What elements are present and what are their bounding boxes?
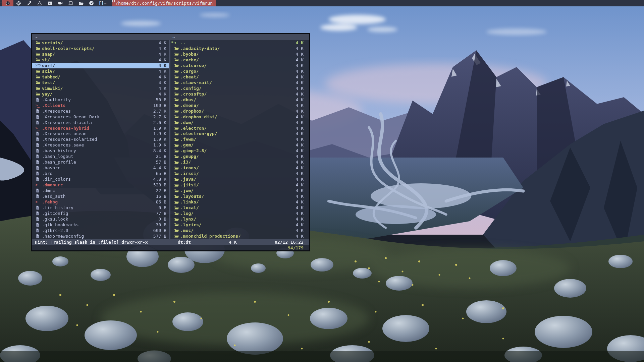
file-row[interactable]: .moc/4 K	[170, 228, 309, 233]
file-name: .esd_auth	[42, 194, 65, 199]
file-row[interactable]: .gem/4 K	[170, 142, 309, 148]
file-row[interactable]: snap/4 K	[32, 51, 169, 57]
file-row[interactable]: .irssi/4 K	[170, 171, 309, 176]
file-row[interactable]: .lynx/4 K	[170, 216, 309, 222]
file-name: .gksu.lock	[42, 217, 68, 222]
file-row[interactable]: .Xresources-Ocean-Dark2.7 K	[32, 114, 169, 120]
file-row[interactable]: .links/4 K	[170, 199, 309, 205]
folder-icon	[36, 69, 42, 73]
file-row[interactable]: .dmrc22 B	[32, 188, 169, 193]
file-row[interactable]: .dropbox-dist/4 K	[170, 114, 309, 120]
file-row[interactable]: .jitsi/4 K	[170, 182, 309, 188]
file-row[interactable]: test/4 K	[32, 80, 169, 85]
folder-icon[interactable]	[76, 0, 86, 6]
file-row[interactable]: .gtk-bookmarks30 B	[32, 222, 169, 228]
file-row[interactable]: .claws-mail/4 K	[170, 80, 309, 85]
file-row[interactable]: .Xresources2.7 K	[32, 108, 169, 114]
command-line[interactable]: 94/179	[32, 245, 309, 250]
file-row[interactable]: .crossftp/4 K	[170, 91, 309, 97]
terminal-prompt-icon: >_	[36, 103, 42, 108]
file-row[interactable]: .Xresources.save1.9 K	[32, 142, 169, 148]
file-row[interactable]: .cheat/4 K	[170, 74, 309, 80]
file-row[interactable]: .Xresources-solarized1.9 K	[32, 136, 169, 142]
file-row[interactable]: .bash_profile57 B	[32, 159, 169, 165]
right-pane[interactable]: *↑..4 K.audacity-data/4 K.byobu/4 K.cach…	[170, 40, 309, 239]
file-row[interactable]: .jwm/4 K	[170, 188, 309, 193]
file-row[interactable]: .local/4 K	[170, 205, 309, 210]
package-icon[interactable]	[13, 0, 24, 6]
file-row[interactable]: .dropbox/4 K	[170, 108, 309, 114]
file-row[interactable]: .bro65 B	[32, 171, 169, 176]
file-row[interactable]: .Xresources-ocean1.9 K	[32, 131, 169, 137]
file-row[interactable]: .bash_logout21 B	[32, 154, 169, 159]
file-row[interactable]: .lyrics/4 K	[170, 222, 309, 228]
laptop-icon[interactable]	[65, 0, 76, 6]
file-row[interactable]: >_.fehbg86 B	[32, 199, 169, 205]
file-row[interactable]: .cache/4 K	[170, 57, 309, 63]
file-row[interactable]: >_.Xresources-hybrid1.9 K	[32, 125, 169, 131]
file-row[interactable]: .Xresources-dracula2.6 K	[32, 120, 169, 125]
file-row[interactable]: .electron/4 K	[170, 125, 309, 131]
file-name: .calcurse/	[180, 63, 207, 68]
eyedropper-icon[interactable]	[24, 0, 34, 6]
file-row[interactable]: .bash_history8.4 K	[32, 148, 169, 154]
file-row[interactable]: yay/4 K	[32, 91, 169, 97]
file-row[interactable]: .fim_history0 B	[32, 205, 169, 210]
file-row[interactable]: .gimp-2.8/4 K	[170, 148, 309, 154]
file-row[interactable]: st/4 K	[32, 57, 169, 63]
file-row[interactable]: .calcurse/4 K	[170, 63, 309, 68]
folder-icon	[174, 86, 180, 90]
file-row[interactable]: >_.dmenurc528 B	[32, 182, 169, 188]
file-row[interactable]: .esd_auth16 B	[32, 193, 169, 199]
file-row[interactable]: .gtkrc-2.0600 B	[32, 228, 169, 233]
file-row[interactable]: .gnupg/4 K	[170, 154, 309, 159]
folder-icon	[174, 92, 180, 96]
telegram-icon[interactable]	[86, 0, 97, 6]
file-row[interactable]: .electron-gyp/4 K	[170, 131, 309, 137]
file-row[interactable]: .bashrc4.4 K	[32, 165, 169, 171]
folder-icon	[36, 75, 42, 79]
file-name: tabbed/	[42, 74, 60, 79]
flask-icon[interactable]	[34, 0, 45, 6]
file-row[interactable]: shell-color-scripts/4 K	[32, 46, 169, 51]
file-row[interactable]: .log/4 K	[170, 210, 309, 216]
file-row[interactable]: .layouts/4 K	[170, 193, 309, 199]
file-row[interactable]: scripts/4 K	[32, 40, 169, 46]
file-row[interactable]: *↑..4 K	[170, 40, 309, 46]
left-pane[interactable]: scripts/4 Kshell-color-scripts/4 Ksnap/4…	[32, 40, 169, 239]
file-row[interactable]: .gitconfig77 B	[32, 210, 169, 216]
file-name: .Xresources-hybrid	[42, 126, 89, 131]
file-row[interactable]: .gksu.lock0 B	[32, 216, 169, 222]
folder-icon	[174, 46, 180, 50]
file-row[interactable]: .dwm/4 K	[170, 120, 309, 125]
file-size: 4 K	[296, 97, 304, 102]
folder-icon	[174, 98, 180, 102]
file-row[interactable]: .cargo/4 K	[170, 68, 309, 74]
file-row[interactable]: .dbus/4 K	[170, 97, 309, 103]
file-row[interactable]: .icons/4 K	[170, 165, 309, 171]
file-row[interactable]: .config/4 K	[170, 85, 309, 91]
file-row[interactable]: .moonchild productions/4 K	[170, 233, 309, 239]
file-row[interactable]: .java/4 K	[170, 176, 309, 182]
file-row[interactable]: tabbed/4 K	[32, 74, 169, 80]
position-indicator: 94/179	[288, 245, 304, 250]
file-row[interactable]: vimwiki/4 K	[32, 85, 169, 91]
file-row[interactable]: .fvwm/4 K	[170, 136, 309, 142]
logo-button[interactable]	[2, 0, 13, 6]
terminal-prompt-icon: >_	[36, 183, 42, 187]
image-icon[interactable]	[45, 0, 55, 6]
file-row[interactable]: sxiv/4 K	[32, 68, 169, 74]
file-row[interactable]: .i3/4 K	[170, 159, 309, 165]
file-icon	[36, 115, 42, 119]
video-camera-icon[interactable]	[55, 0, 65, 6]
file-row[interactable]: .dmenu/4 K	[170, 103, 309, 108]
file-name: .gitconfig	[42, 211, 68, 216]
file-row[interactable]: .dir_colors4.8 K	[32, 176, 169, 182]
file-row[interactable]: >_.Xclients100 B	[32, 103, 169, 108]
file-row[interactable]: surf/4 K	[32, 63, 169, 68]
file-row[interactable]: .byobu/4 K	[170, 51, 309, 57]
file-name: .claws-mail/	[180, 80, 212, 85]
file-row[interactable]: .haxornewsconfig577 B	[32, 233, 169, 239]
file-row[interactable]: .audacity-data/4 K	[170, 46, 309, 51]
file-row[interactable]: .Xauthority50 B	[32, 97, 169, 103]
